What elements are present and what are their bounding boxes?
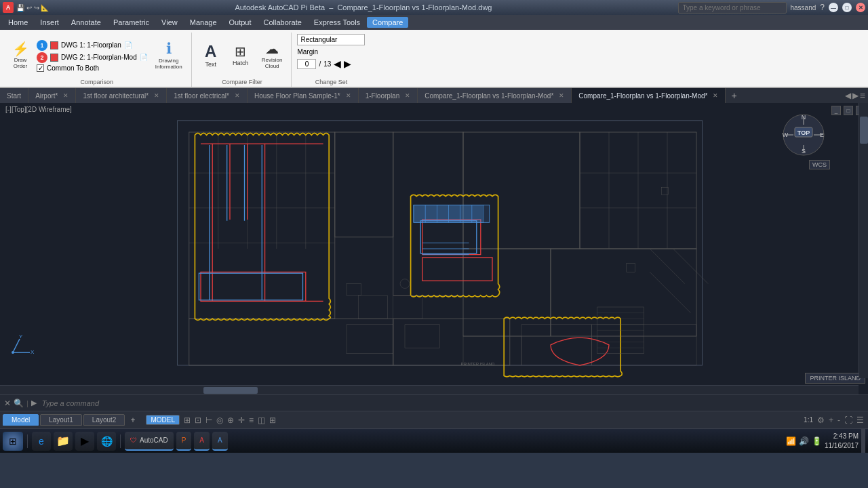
selection-icon[interactable]: ⊞ [269, 415, 276, 425]
common-both-checkbox[interactable]: ✓ [37, 64, 44, 72]
menu-manage[interactable]: Manage [184, 17, 222, 28]
cmd-close-btn[interactable]: ✕ [4, 399, 11, 408]
horizontal-scroll-thumb[interactable] [203, 387, 258, 394]
horizontal-scrollbar[interactable] [0, 385, 859, 394]
text-icon: A [205, 43, 216, 60]
tab-house-close[interactable]: ✕ [346, 92, 351, 99]
dwg1-label: DWG 1: 1-Floorplan [61, 41, 121, 49]
menu-express-tools[interactable]: Express Tools [309, 17, 366, 28]
snap-icon[interactable]: ⊡ [195, 415, 201, 425]
tab-1st-elec-close[interactable]: ✕ [235, 92, 240, 99]
tab-airport-label: Airport* [35, 92, 58, 100]
taskbar-media[interactable]: ▶ [75, 432, 94, 451]
tab-compare1[interactable]: Compare_1-Floorplan vs 1-Floorplan-Mod* … [418, 88, 572, 103]
taskbar-clock[interactable]: 2:43 PM 11/16/2017 [825, 432, 859, 451]
start-button[interactable]: ⊞ [3, 432, 23, 451]
menu-output[interactable]: Output [224, 17, 257, 28]
network-icon[interactable]: 📶 [786, 436, 796, 446]
model-status-btn[interactable]: MODEL [146, 415, 180, 425]
osnap-icon[interactable]: ⊕ [227, 415, 234, 425]
minimize-button[interactable]: — [829, 3, 838, 12]
tab-menu[interactable]: ≡ [860, 90, 865, 101]
tab-1st-arch-close[interactable]: ✕ [154, 92, 159, 99]
lineweight-icon[interactable]: ≡ [249, 415, 254, 425]
comparison-group: ⚡ DrawOrder 1 DWG 1: 1-Floorplan 📄 2 DWG… [3, 33, 192, 87]
vertical-scrollbar[interactable] [859, 103, 868, 378]
menu-annotate[interactable]: Annotate [66, 17, 106, 28]
taskbar-chrome[interactable]: 🌐 [97, 432, 116, 451]
otrack-icon[interactable]: ✛ [238, 415, 245, 425]
tab-start[interactable]: Start [0, 88, 28, 103]
maximize-button[interactable]: □ [842, 3, 852, 12]
tab-airport[interactable]: Airport* ✕ [28, 88, 76, 103]
taskbar-ppt[interactable]: P [176, 432, 192, 451]
tab-airport-close[interactable]: ✕ [63, 92, 68, 99]
command-input[interactable] [42, 399, 864, 407]
new-tab-button[interactable]: + [726, 90, 742, 101]
common-both-item[interactable]: ✓ Common To Both [37, 64, 148, 72]
volume-icon[interactable]: 🔊 [799, 436, 809, 446]
shield-icon: 🛡 [130, 436, 137, 444]
transparency-icon[interactable]: ◫ [258, 415, 265, 425]
shape-select[interactable]: Rectangular [297, 34, 365, 45]
tab-1floorplan[interactable]: 1-Floorplan ✕ [359, 88, 418, 103]
tab-layout1[interactable]: Layout1 [40, 414, 82, 426]
tab-compare1-close[interactable]: ✕ [559, 92, 564, 99]
menu-collaborate[interactable]: Collaborate [258, 17, 307, 28]
menu-compare[interactable]: Compare [367, 17, 408, 28]
ortho-icon[interactable]: ⊢ [205, 415, 212, 425]
taskbar-acad1[interactable]: A [194, 432, 210, 451]
windows-taskbar: ⊞ e 📁 ▶ 🌐 🛡 AutoCAD P A A 📶 🔊 🔋 2:43 PM … [0, 428, 868, 453]
dwg1-item[interactable]: 1 DWG 1: 1-Floorplan 📄 [37, 40, 148, 51]
ucs-icon: X Y [9, 332, 37, 361]
tab-compare2-close[interactable]: ✕ [713, 92, 718, 99]
menu-parametric[interactable]: Parametric [108, 17, 155, 28]
cmd-search-btn[interactable]: 🔍 [14, 399, 24, 408]
taskbar-ie[interactable]: e [32, 432, 51, 451]
current-change[interactable] [297, 59, 316, 69]
taskbar-acad2[interactable]: A [212, 432, 228, 451]
drawing-info-label: DrawingInformation [155, 58, 182, 70]
help-icon[interactable]: ? [820, 3, 825, 12]
tab-model[interactable]: Model [3, 414, 39, 426]
zoom-in-icon[interactable]: + [829, 415, 833, 425]
dwg2-item[interactable]: 2 DWG 2: 1-Floorplan-Mod 📄 [37, 52, 148, 63]
taskbar-explorer[interactable]: 📁 [54, 432, 73, 451]
zoom-out-icon[interactable]: - [837, 415, 840, 425]
vertical-scroll-thumb[interactable] [860, 117, 868, 144]
close-button[interactable]: ✕ [856, 3, 865, 12]
text-button[interactable]: A Text [197, 41, 224, 70]
tab-1st-arch[interactable]: 1st floor architectural* ✕ [76, 88, 167, 103]
tab-1floorplan-close[interactable]: ✕ [405, 92, 410, 99]
workspace-icon[interactable]: ☰ [856, 415, 864, 425]
revision-cloud-button[interactable]: ☁ RevisionCloud [257, 39, 288, 72]
draw-order-button[interactable]: ⚡ DrawOrder [7, 39, 34, 72]
hatch-button[interactable]: ⊞ Hatch [227, 42, 254, 69]
layout-status-row: Model Layout1 Layout2 + MODEL ⊞ ⊡ ⊢ ◎ ⊕ … [0, 411, 868, 428]
search-input[interactable] [678, 2, 787, 14]
add-layout-button[interactable]: + [126, 414, 139, 426]
drawing-info-button[interactable]: ℹ DrawingInformation [151, 39, 187, 73]
next-btn[interactable]: ▶ [344, 58, 351, 69]
hatch-icon: ⊞ [235, 45, 246, 58]
tab-1st-elec-label: 1st floor electrical* [174, 92, 229, 100]
menu-insert[interactable]: Insert [35, 17, 64, 28]
show-desktop-button[interactable] [861, 429, 865, 453]
tab-scroll-right[interactable]: ▶ [852, 91, 859, 100]
taskbar-shield[interactable]: 🛡 AutoCAD [125, 432, 174, 451]
tab-compare2[interactable]: Compare_1-Floorplan vs 1-Floorplan-Mod* … [572, 88, 726, 103]
settings-icon[interactable]: ⚙ [817, 415, 825, 425]
tab-layout2[interactable]: Layout2 [83, 414, 125, 426]
tab-1st-elec[interactable]: 1st floor electrical* ✕ [167, 88, 248, 103]
grid-icon[interactable]: ⊞ [184, 415, 191, 425]
tab-scroll-left[interactable]: ◀ [845, 91, 851, 100]
tab-house[interactable]: House Floor Plan Sample-1* ✕ [248, 88, 359, 103]
dwg2-label: DWG 2: 1-Floorplan-Mod [61, 54, 137, 61]
prev-btn[interactable]: ◀ [334, 58, 341, 69]
canvas-area[interactable]: [-][Top][2D Wireframe] _ □ ✕ N E S W TOP… [0, 103, 868, 394]
menu-home[interactable]: Home [3, 17, 33, 28]
fullscreen-icon[interactable]: ⛶ [844, 415, 852, 425]
polar-icon[interactable]: ◎ [216, 415, 223, 425]
menu-view[interactable]: View [156, 17, 183, 28]
dwg2-icon: 📄 [140, 54, 148, 61]
